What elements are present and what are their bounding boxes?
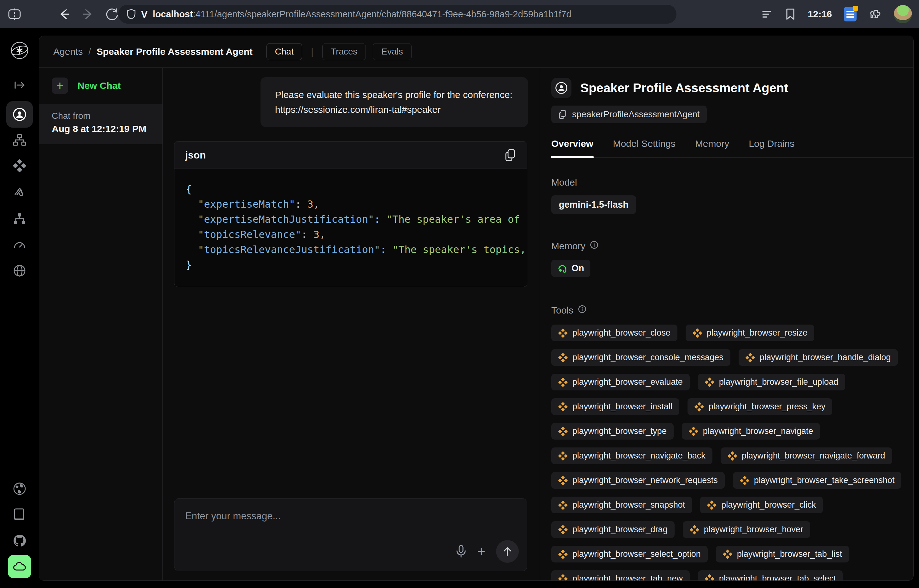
code-token-plain: ,: [319, 228, 326, 241]
message-input[interactable]: Enter your message... +: [174, 498, 527, 571]
tool-chip-label: playwright_browser_snapshot: [572, 500, 685, 510]
memory-section-label: Memory: [551, 241, 913, 252]
extensions-puzzle-icon[interactable]: [869, 8, 882, 21]
tool-chip-playwright_browser_network_requests[interactable]: playwright_browser_network_requests: [551, 472, 725, 489]
tool-chip-playwright_browser_navigate_back[interactable]: playwright_browser_navigate_back: [551, 447, 712, 464]
mastra-logo-icon[interactable]: [9, 40, 30, 61]
tool-diamond-icon: [558, 549, 568, 559]
nav-networks-globe-icon[interactable]: [13, 264, 26, 278]
nav-mcp-icon[interactable]: [13, 186, 26, 199]
tool-row: playwright_browser_installplaywright_bro…: [551, 398, 913, 415]
github-icon[interactable]: [12, 533, 27, 548]
tool-chip-playwright_browser_snapshot[interactable]: playwright_browser_snapshot: [551, 497, 692, 513]
nav-agent-network-icon[interactable]: [13, 133, 26, 147]
code-token-key: "topicsRelevance": [198, 228, 301, 241]
tool-chip-playwright_browser_file_upload[interactable]: playwright_browser_file_upload: [698, 374, 845, 391]
collapse-sidebar-icon[interactable]: [13, 79, 26, 91]
memory-brain-icon: [558, 263, 567, 273]
tool-diamond-icon: [692, 328, 702, 338]
tool-diamond-icon: [558, 426, 568, 436]
tool-chip-playwright_browser_tab_select[interactable]: playwright_browser_tab_select: [698, 570, 843, 581]
browser-chrome: V localhost:4111/agents/speakerProfileAs…: [0, 0, 919, 28]
tools-label-text: Tools: [551, 305, 573, 316]
code-block-body[interactable]: { "expertiseMatch": 3, "expertiseMatchJu…: [174, 169, 527, 287]
memory-status-chip: On: [551, 260, 590, 277]
reload-button[interactable]: [105, 7, 119, 21]
breadcrumb-agents[interactable]: Agents: [53, 46, 83, 57]
tool-chip-playwright_browser_tab_new[interactable]: playwright_browser_tab_new: [551, 570, 690, 581]
sidebar-toggle-icon[interactable]: [7, 6, 22, 22]
tab-overview[interactable]: Overview: [551, 138, 593, 157]
tool-chip-playwright_browser_close[interactable]: playwright_browser_close: [551, 325, 677, 341]
nav-workflows-icon[interactable]: [13, 212, 26, 225]
code-token-str: "The speaker's area of: [386, 213, 520, 225]
tool-chip-playwright_browser_tab_list[interactable]: playwright_browser_tab_list: [716, 546, 849, 562]
tool-chip-label: playwright_browser_file_upload: [719, 377, 838, 387]
tool-chip-playwright_browser_click[interactable]: playwright_browser_click: [700, 497, 823, 513]
tool-diamond-icon: [558, 402, 568, 412]
tool-chip-label: playwright_browser_navigate: [703, 426, 814, 436]
tool-chip-playwright_browser_select_option[interactable]: playwright_browser_select_option: [551, 546, 708, 562]
url-text[interactable]: localhost:4111/agents/speakerProfileAsse…: [152, 9, 571, 19]
forward-button[interactable]: [81, 7, 95, 21]
new-chat-label[interactable]: New Chat: [78, 80, 121, 91]
agent-panel-tabs: Overview Model Settings Memory Log Drain…: [551, 138, 913, 158]
earth-icon[interactable]: [12, 481, 27, 496]
url-bar[interactable]: V localhost:4111/agents/speakerProfileAs…: [118, 5, 676, 24]
code-token-plain: [186, 198, 198, 210]
tab-model-settings[interactable]: Model Settings: [613, 138, 675, 157]
code-token-key: "topicsRelevanceJustification": [198, 244, 380, 255]
docs-book-icon[interactable]: [13, 507, 26, 522]
message-input-placeholder: Enter your message...: [185, 510, 281, 522]
nav-scorers-icon[interactable]: [13, 238, 26, 251]
nav-agents-icon[interactable]: [6, 101, 33, 128]
mastra-cloud-button[interactable]: [8, 555, 31, 578]
nav-tools-icon[interactable]: [13, 159, 26, 172]
browser-profile-avatar[interactable]: [894, 5, 912, 23]
tool-chip-playwright_browser_install[interactable]: playwright_browser_install: [551, 398, 679, 415]
code-line: "topicsRelevanceJustification": "The spe…: [186, 242, 527, 257]
code-token-brace: {: [186, 183, 192, 195]
tab-traces[interactable]: Traces: [322, 43, 366, 60]
tab-divider: |: [311, 46, 313, 57]
tab-evals[interactable]: Evals: [373, 43, 411, 60]
tool-chip-playwright_browser_take_screenshot[interactable]: playwright_browser_take_screenshot: [733, 472, 902, 489]
tab-memory[interactable]: Memory: [695, 138, 729, 157]
tool-chip-label: playwright_browser_install: [572, 402, 673, 412]
tab-log-drains[interactable]: Log Drains: [749, 138, 794, 157]
code-language-label: json: [185, 149, 206, 161]
tool-chip-playwright_browser_navigate[interactable]: playwright_browser_navigate: [682, 423, 820, 439]
site-favicon: V: [141, 8, 147, 20]
tool-chip-label: playwright_browser_select_option: [572, 549, 701, 559]
memory-info-icon[interactable]: [590, 241, 598, 252]
attach-plus-icon[interactable]: +: [477, 544, 485, 558]
tool-chip-label: playwright_browser_tab_new: [572, 574, 683, 581]
tool-chip-playwright_browser_drag[interactable]: playwright_browser_drag: [551, 521, 674, 538]
app-window: Agents / Speaker Profile Assessment Agen…: [39, 36, 914, 581]
microphone-icon[interactable]: [456, 544, 467, 558]
chat-history-item[interactable]: Chat from Aug 8 at 12:12:19 PM: [39, 104, 162, 144]
tool-chip-playwright_browser_type[interactable]: playwright_browser_type: [551, 423, 674, 439]
shield-icon[interactable]: [126, 9, 136, 19]
agent-id-chip[interactable]: speakerProfileAssessmentAgent: [551, 105, 707, 123]
chat-history-panel: + New Chat Chat from Aug 8 at 12:12:19 P…: [39, 68, 163, 581]
tool-chip-playwright_browser_hover[interactable]: playwright_browser_hover: [683, 521, 810, 538]
back-button[interactable]: [57, 7, 71, 21]
send-button[interactable]: [496, 540, 519, 563]
copy-code-icon[interactable]: [504, 149, 516, 162]
tools-info-icon[interactable]: [578, 305, 587, 316]
tool-chip-playwright_browser_handle_dialog[interactable]: playwright_browser_handle_dialog: [739, 349, 898, 366]
tool-chip-playwright_browser_console_messages[interactable]: playwright_browser_console_messages: [551, 349, 730, 366]
docs-extension-icon[interactable]: [844, 7, 857, 21]
tab-chat[interactable]: Chat: [266, 43, 302, 60]
tool-chip-playwright_browser_press_key[interactable]: playwright_browser_press_key: [687, 398, 833, 415]
new-chat-plus-button[interactable]: +: [52, 78, 68, 94]
tool-diamond-icon: [558, 476, 568, 485]
tool-chip-label: playwright_browser_navigate_back: [572, 451, 705, 461]
reading-list-icon[interactable]: [760, 8, 773, 21]
tool-chip-playwright_browser_navigate_forward[interactable]: playwright_browser_navigate_forward: [721, 447, 892, 464]
tool-diamond-icon: [728, 451, 737, 461]
bookmark-icon[interactable]: [785, 8, 796, 21]
tool-chip-playwright_browser_evaluate[interactable]: playwright_browser_evaluate: [551, 374, 690, 391]
tool-chip-playwright_browser_resize[interactable]: playwright_browser_resize: [686, 325, 815, 341]
